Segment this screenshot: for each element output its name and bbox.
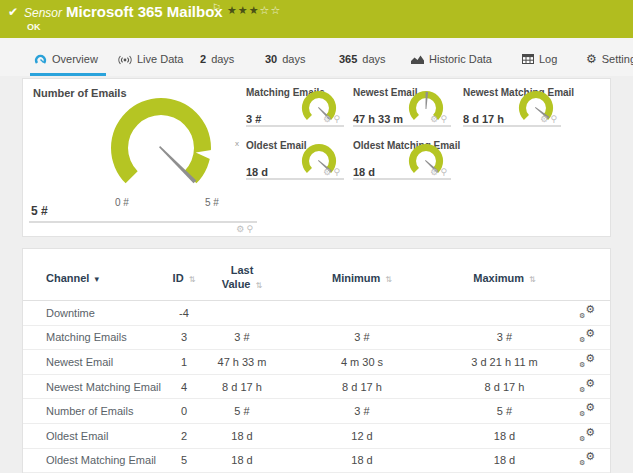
edit-channel-icon[interactable]: ⚙⚙ — [579, 305, 595, 319]
edit-channel-icon[interactable]: ⚙⚙ — [579, 452, 595, 466]
edit-channel-icon[interactable]: ⚙⚙ — [579, 379, 595, 393]
tab-live-data[interactable]: Live Data — [118, 46, 183, 72]
maximum-value: 5 # — [442, 405, 567, 417]
gauge-action-icons[interactable]: ⚙⚲ — [430, 114, 449, 124]
gear-icon[interactable]: ⚙ — [430, 114, 440, 124]
edit-channel-icon[interactable]: ⚙⚙ — [579, 329, 595, 343]
channel-id: 5 — [166, 454, 202, 466]
tab-historic-data[interactable]: Historic Data — [411, 46, 492, 72]
channel-name[interactable]: Newest Email — [46, 356, 166, 368]
column-header-maximum[interactable]: Maximum ⇅ — [442, 272, 567, 284]
gauge-matching-emails: Matching Emails 3 # ⚙⚲ — [246, 87, 344, 127]
tab-30-days-label: days — [282, 53, 305, 65]
tab-365-days-number: 365 — [339, 53, 357, 65]
gauge-action-icons[interactable]: ⚙⚲ — [323, 114, 342, 124]
tab-settings[interactable]: ⚙ Settings — [586, 46, 633, 72]
tab-bar: Overview Live Data 2 days 30 days 365 da… — [0, 38, 633, 76]
gear-icon[interactable]: ⚙ — [540, 114, 550, 124]
table-row-number-of-emails[interactable]: Number of Emails 0 5 # 3 # 5 # ⚙⚙ — [23, 399, 610, 424]
gauge-scale-min: 0 # — [115, 197, 129, 208]
priority-stars[interactable]: ★★★☆☆ — [227, 4, 281, 17]
column-header-id[interactable]: ID ⇅ — [166, 272, 202, 284]
tab-overview[interactable]: Overview — [34, 46, 98, 72]
table-header-row: Channel ▾ ID ⇅ Last Value ⇅ Minimum ⇅ Ma… — [23, 255, 610, 301]
sort-desc-icon[interactable]: ▾ — [94, 274, 99, 284]
column-header-last-value[interactable]: Last Value ⇅ — [202, 264, 282, 292]
tab-settings-label: Settings — [602, 53, 633, 65]
table-row-oldest-matching-email[interactable]: Oldest Matching Email 5 18 d 18 d 18 d ⚙… — [23, 449, 610, 473]
gear-icon[interactable]: ⚙ — [323, 167, 333, 177]
table-row-oldest-email[interactable]: Oldest Email 2 18 d 12 d 18 d ⚙⚙ — [23, 424, 610, 449]
table-row-newest-matching-email[interactable]: Newest Matching Email 4 8 d 17 h 8 d 17 … — [23, 375, 610, 400]
sort-icon[interactable]: ⇅ — [529, 275, 536, 284]
tab-log[interactable]: Log — [522, 46, 557, 72]
tab-30-days[interactable]: 30 days — [265, 46, 306, 72]
channel-name[interactable]: Matching Emails — [46, 331, 166, 343]
gauge-current-value: 5 # — [31, 204, 48, 218]
channel-id: 2 — [166, 430, 202, 442]
gauge-current-value: 18 d — [353, 166, 375, 178]
gauge-action-icons[interactable]: ⚙⚲ — [236, 224, 255, 234]
tab-2-days-label: days — [211, 53, 234, 65]
tab-live-data-label: Live Data — [137, 53, 183, 65]
flag-icon[interactable]: ⚐ — [212, 2, 221, 13]
gauge-action-icons[interactable]: ⚙⚲ — [540, 114, 559, 124]
gauge-action-icons[interactable]: ⚙⚲ — [323, 167, 342, 177]
gauge-current-value: 3 # — [246, 113, 261, 125]
channel-id: 4 — [166, 381, 202, 393]
channel-id: 3 — [166, 331, 202, 343]
channel-id: 0 — [166, 405, 202, 417]
status-ok-check-icon: ✔ — [8, 5, 18, 19]
maximum-value: 3 d 21 h 11 m — [442, 356, 567, 368]
pin-icon[interactable]: ⚲ — [440, 114, 449, 124]
minimum-value: 8 d 17 h — [282, 381, 442, 393]
tab-365-days[interactable]: 365 days — [339, 46, 386, 72]
gauge-action-icons[interactable]: ⚙⚲ — [430, 167, 449, 177]
gear-icon[interactable]: ⚙ — [323, 114, 333, 124]
column-label: Maximum — [473, 272, 524, 284]
channel-name[interactable]: Newest Matching Email — [46, 381, 166, 393]
edit-channel-icon[interactable]: ⚙⚙ — [579, 403, 595, 417]
channel-name[interactable]: Oldest Email — [46, 430, 166, 442]
log-table-icon — [522, 54, 534, 64]
pin-icon[interactable]: ⚲ — [333, 167, 342, 177]
column-header-channel[interactable]: Channel ▾ — [46, 272, 166, 284]
priority-stars-filled[interactable]: ★★★ — [227, 4, 260, 16]
table-row-matching-emails[interactable]: Matching Emails 3 3 # 3 # 3 # ⚙⚙ — [23, 326, 610, 351]
sort-icon[interactable]: ⇅ — [385, 275, 392, 284]
channel-id: -4 — [166, 307, 202, 319]
priority-stars-empty[interactable]: ☆☆ — [260, 4, 282, 16]
tab-log-label: Log — [539, 53, 557, 65]
column-label: ID — [173, 272, 184, 284]
maximum-value: 18 d — [442, 454, 567, 466]
gauge-marker-x: x — [235, 139, 239, 148]
pin-icon[interactable]: ⚲ — [550, 114, 559, 124]
table-row-newest-email[interactable]: Newest Email 1 47 h 33 m 4 m 30 s 3 d 21… — [23, 350, 610, 375]
last-value: 3 # — [202, 331, 282, 343]
gauge-title: Oldest Email — [246, 140, 307, 151]
sort-icon[interactable]: ⇅ — [189, 275, 196, 284]
channel-name[interactable]: Number of Emails — [46, 405, 166, 417]
gauge-number-of-emails: Number of Emails x 0 # 5 # 5 # ⚙⚲ — [29, 87, 257, 223]
gear-icon[interactable]: ⚙ — [236, 224, 246, 234]
pin-icon[interactable]: ⚲ — [440, 167, 449, 177]
channel-name[interactable]: Oldest Matching Email — [46, 454, 166, 466]
gauge-oldest-email: Oldest Email 18 d ⚙⚲ — [246, 140, 344, 180]
edit-channel-icon[interactable]: ⚙⚙ — [579, 428, 595, 442]
maximum-value: 3 # — [442, 331, 567, 343]
last-value: 47 h 33 m — [202, 356, 282, 368]
sort-icon[interactable]: ⇅ — [256, 281, 263, 290]
gauge-current-value: 18 d — [246, 166, 268, 178]
edit-channel-icon[interactable]: ⚙⚙ — [579, 354, 595, 368]
gear-icon[interactable]: ⚙ — [430, 167, 440, 177]
sensor-type-label: Sensor — [24, 6, 62, 20]
pin-icon[interactable]: ⚲ — [333, 114, 342, 124]
table-row-downtime[interactable]: Downtime -4 ⚙⚙ — [23, 301, 610, 326]
tab-2-days[interactable]: 2 days — [200, 46, 234, 72]
pin-icon[interactable]: ⚲ — [246, 224, 255, 234]
maximum-value: 18 d — [442, 430, 567, 442]
last-value: 18 d — [202, 454, 282, 466]
column-header-minimum[interactable]: Minimum ⇅ — [282, 272, 442, 284]
channel-name[interactable]: Downtime — [46, 307, 166, 319]
historic-chart-icon — [411, 54, 424, 64]
